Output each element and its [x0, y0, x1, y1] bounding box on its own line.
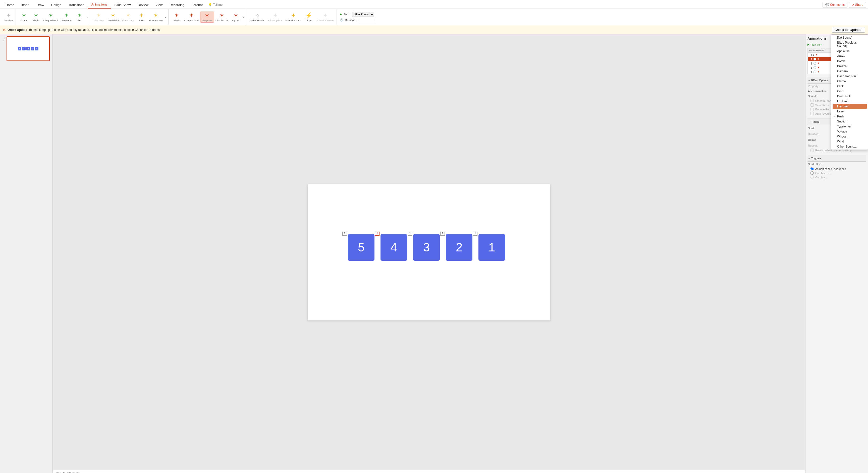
sound-option[interactable]: ✓Push — [833, 114, 867, 119]
chevron-down-icon: ⌄ — [808, 78, 810, 82]
tab-insert[interactable]: Insert — [18, 1, 33, 8]
tab-home[interactable]: Home — [2, 1, 18, 8]
anim-tag[interactable]: 1 — [473, 232, 477, 236]
shape[interactable]: 2 — [446, 234, 472, 261]
emphasis-more[interactable]: ▸ — [164, 16, 167, 18]
sound-option[interactable]: Cash Register — [833, 74, 867, 79]
preview-button[interactable]: ✦ Preview — [2, 12, 14, 22]
exit-chequerboard[interactable]: ✶Chequerboard — [183, 12, 200, 22]
sound-option[interactable]: Coin — [833, 89, 867, 94]
anim-tag[interactable]: 1 — [440, 232, 445, 236]
anim-tag[interactable]: 1 — [342, 232, 347, 236]
sound-option[interactable]: Whoosh — [833, 134, 867, 139]
trigger-button[interactable]: ⚡Trigger — [303, 12, 315, 22]
tab-recording[interactable]: Recording — [166, 1, 188, 8]
anim-tag[interactable]: 1 — [408, 232, 412, 236]
exit-blinds[interactable]: ✶Blinds — [170, 12, 183, 22]
sound-option[interactable]: Voltage — [833, 129, 867, 134]
cursor-icon: ▸ — [813, 54, 814, 56]
shape[interactable]: 4 — [380, 234, 407, 261]
start-select[interactable]: After Previous — [352, 12, 374, 17]
onclick-dropdown: 5 — [829, 172, 854, 175]
sound-option-label: Arrow — [837, 55, 845, 58]
gallery-label: Dissolve In — [61, 19, 72, 22]
path-icon: ⟡ — [256, 12, 259, 19]
entrance-more[interactable]: ▸ — [86, 16, 89, 18]
entrance-dissolve-in[interactable]: ✶Dissolve In — [60, 12, 73, 22]
sound-option[interactable]: Camera — [833, 69, 867, 74]
t-duration-label: Duration: — [808, 133, 832, 135]
sound-option[interactable]: Other Sound... — [833, 144, 867, 149]
tab-draw[interactable]: Draw — [33, 1, 48, 8]
sound-option-label: Typewriter — [837, 125, 851, 128]
sound-option-label: Camera — [837, 69, 848, 73]
sound-option-label: Voltage — [837, 130, 847, 133]
canvas-area: 15 14 13 12 11 Click to add notes — [53, 34, 805, 473]
radio-onplay — [810, 176, 814, 179]
mini-shape: 4 — [22, 47, 26, 50]
tab-animations[interactable]: Animations — [88, 1, 111, 8]
sound-option[interactable]: Hammer — [833, 104, 867, 109]
tab-transitions[interactable]: Transitions — [65, 1, 88, 8]
exit-dissolve-out[interactable]: ✶Dissolve Out — [214, 12, 230, 22]
animation-pane-button[interactable]: ✦Animation Pane — [284, 12, 303, 22]
play-triangle-icon: ▶ — [340, 12, 342, 16]
tab-design[interactable]: Design — [48, 1, 65, 8]
radio-sequence[interactable] — [810, 167, 814, 170]
path-animation-button[interactable]: ⟡Path Animation — [248, 12, 267, 22]
sound-option[interactable]: Typewriter — [833, 124, 867, 129]
notes-bar[interactable]: Click to add notes — [53, 470, 805, 473]
exit-more[interactable]: ▸ — [242, 16, 245, 18]
sound-option[interactable]: Drum Roll — [833, 94, 867, 99]
sound-option[interactable]: [No Sound] — [833, 35, 867, 40]
shape[interactable]: 5 — [348, 234, 374, 261]
sound-option[interactable]: Laser — [833, 109, 867, 114]
tab-slideshow[interactable]: Slide Show — [111, 1, 134, 8]
preview-label: Preview — [4, 19, 12, 22]
anim-tag[interactable]: 1 — [375, 232, 379, 236]
sound-option[interactable]: Arrow — [833, 54, 867, 59]
slide-canvas[interactable]: 15 14 13 12 11 — [308, 184, 550, 320]
start-label: Start: — [343, 13, 350, 16]
sound-option-label: Laser — [837, 110, 845, 113]
exit-fly-out[interactable]: ✶Fly Out — [230, 12, 242, 22]
emphasis-grow-shrink[interactable]: ✶Grow/Shrink — [105, 12, 121, 22]
sound-option[interactable]: Suction — [833, 119, 867, 124]
sound-option[interactable]: [Stop Previous Sound] — [833, 40, 867, 49]
triggers-header[interactable]: ⌄Triggers — [807, 155, 866, 162]
sound-option[interactable]: Chime — [833, 79, 867, 84]
entrance-appear[interactable]: ✶Appear — [18, 12, 30, 22]
share-button[interactable]: ↗ Share — [849, 2, 866, 8]
check-updates-button[interactable]: Check for Updates — [832, 27, 865, 33]
shape[interactable]: 1 — [478, 234, 505, 261]
lightbulb-icon: 💡 — [208, 3, 212, 6]
sound-option[interactable]: Wind — [833, 139, 867, 144]
duration-input[interactable] — [358, 18, 375, 22]
shape[interactable]: 3 — [413, 234, 440, 261]
clock-icon: 🕐 — [813, 62, 816, 65]
entrance-chequerboard[interactable]: ✶Chequerboard — [42, 12, 60, 22]
slide-thumbnail[interactable]: 5 4 3 2 1 — [6, 36, 50, 61]
tab-view[interactable]: View — [152, 1, 166, 8]
sound-option[interactable]: Explosion — [833, 99, 867, 104]
sound-option[interactable]: Click — [833, 84, 867, 89]
thumb-number: 1 — [2, 36, 5, 39]
tellme[interactable]: 💡 Tell me — [208, 3, 222, 6]
emphasis-transparency[interactable]: ✶Transparency — [148, 12, 164, 22]
emphasis-spin[interactable]: ✶Spin — [135, 12, 148, 22]
sound-option[interactable]: Breeze — [833, 64, 867, 69]
comments-button[interactable]: 💬 Comments — [823, 2, 847, 8]
anim-num: 1 — [809, 70, 812, 73]
check-icon: ✓ — [833, 115, 836, 118]
sound-option-label: Push — [837, 115, 844, 118]
radio-onclick[interactable] — [810, 171, 814, 175]
exit-disappear[interactable]: ✶Disappear — [200, 11, 214, 23]
sound-option[interactable]: Applause — [833, 49, 867, 54]
entrance-fly-in[interactable]: ✶Fly In — [73, 12, 86, 22]
tab-acrobat[interactable]: Acrobat — [188, 1, 206, 8]
tab-review[interactable]: Review — [134, 1, 152, 8]
sound-option[interactable]: Bomb — [833, 59, 867, 64]
entrance-blinds[interactable]: ✶Blinds — [30, 12, 42, 22]
emphasis-fill-colour[interactable]: ✶Fill Colour — [92, 12, 105, 22]
emphasis-line-colour[interactable]: ✶Line Colour — [121, 12, 135, 22]
